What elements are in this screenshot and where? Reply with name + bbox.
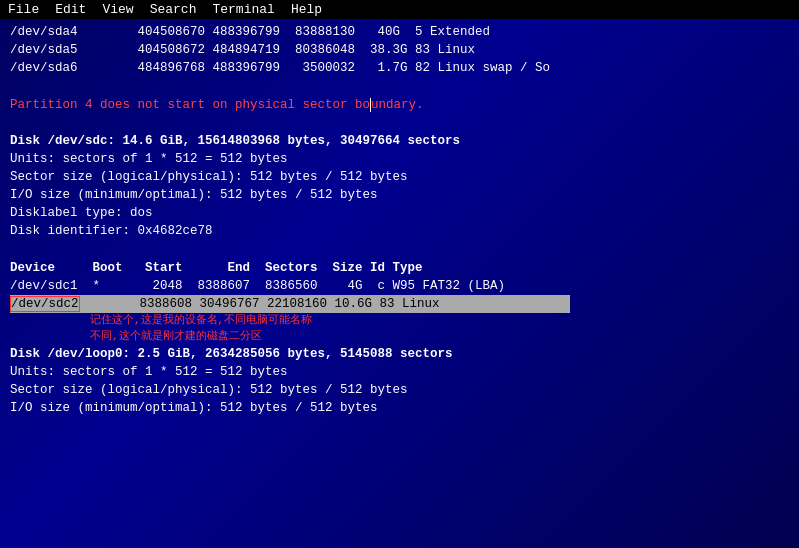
annotation-line2: 不同,这个就是刚才建的磁盘二分区	[90, 329, 789, 345]
menu-help[interactable]: Help	[291, 2, 322, 17]
menu-bar: File Edit View Search Terminal Help	[0, 0, 799, 19]
menu-terminal[interactable]: Terminal	[212, 2, 274, 17]
sdc1-line: /dev/sdc1 * 2048 8388607 8386560 4G c W9…	[10, 279, 505, 293]
menu-edit[interactable]: Edit	[55, 2, 86, 17]
disk-loop0-line: Disk /dev/loop0: 2.5 GiB, 2634285056 byt…	[10, 347, 453, 361]
io-size-loop0-line: I/O size (minimum/optimal): 512 bytes / …	[10, 401, 378, 415]
line-sda6: /dev/sda6 484896768 488396799 3500032 1.…	[10, 61, 550, 75]
warning-text: Partition 4 does not start on physical s…	[10, 98, 424, 112]
sdc2-line: /dev/sdc2 8388608 30496767 22108160 10.6…	[10, 295, 570, 313]
menu-search[interactable]: Search	[150, 2, 197, 17]
terminal-window: File Edit View Search Terminal Help /dev…	[0, 0, 799, 548]
io-size-sdc-line: I/O size (minimum/optimal): 512 bytes / …	[10, 188, 378, 202]
terminal-content: /dev/sda4 404508670 488396799 83888130 4…	[0, 19, 799, 421]
menu-file[interactable]: File	[8, 2, 39, 17]
identifier-sdc-line: Disk identifier: 0x4682ce78	[10, 224, 213, 238]
table-header: Device Boot Start End Sectors Size Id Ty…	[10, 261, 423, 275]
disklabel-sdc-line: Disklabel type: dos	[10, 206, 153, 220]
sector-size-loop0-line: Sector size (logical/physical): 512 byte…	[10, 383, 408, 397]
annotation-line1: 记住这个,这是我的设备名,不同电脑可能名称	[90, 313, 789, 329]
annotation-area: 记住这个,这是我的设备名,不同电脑可能名称 不同,这个就是刚才建的磁盘二分区	[90, 313, 789, 345]
line-sda5: /dev/sda5 404508672 484894719 80386048 3…	[10, 43, 475, 57]
units-loop0-line: Units: sectors of 1 * 512 = 512 bytes	[10, 365, 288, 379]
sector-size-sdc-line: Sector size (logical/physical): 512 byte…	[10, 170, 408, 184]
terminal-output-2: Disk /dev/loop0: 2.5 GiB, 2634285056 byt…	[10, 345, 789, 418]
line-sda4: /dev/sda4 404508670 488396799 83888130 4…	[10, 25, 490, 39]
units-sdc-line: Units: sectors of 1 * 512 = 512 bytes	[10, 152, 288, 166]
disk-sdc-line: Disk /dev/sdc: 14.6 GiB, 15614803968 byt…	[10, 134, 460, 148]
menu-view[interactable]: View	[102, 2, 133, 17]
terminal-output: /dev/sda4 404508670 488396799 83888130 4…	[10, 23, 789, 313]
